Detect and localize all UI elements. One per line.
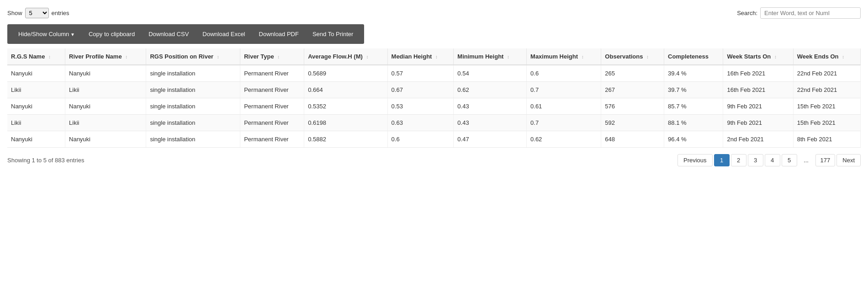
col-max-height[interactable]: Maximum Height ↕ xyxy=(527,48,601,65)
show-entries-control: Show 5 10 25 50 100 entries xyxy=(7,8,69,18)
data-table: R.G.S Name ↕ River Profile Name ↕ RGS Po… xyxy=(7,48,861,148)
cell-river_profile_name: Nanyuki xyxy=(65,131,146,148)
col-median-height[interactable]: Median Height ↕ xyxy=(387,48,454,65)
col-river-type[interactable]: River Type ↕ xyxy=(240,48,304,65)
cell-observations: 592 xyxy=(601,115,664,131)
col-observations[interactable]: Observations ↕ xyxy=(601,48,664,65)
col-rgs-position[interactable]: RGS Position on River ↕ xyxy=(146,48,240,65)
download-csv-button[interactable]: Download CSV xyxy=(142,28,195,40)
cell-observations: 267 xyxy=(601,82,664,98)
col-min-height[interactable]: Minimum Height ↕ xyxy=(454,48,527,65)
cell-river_profile_name: Likii xyxy=(65,82,146,98)
header-row: R.G.S Name ↕ River Profile Name ↕ RGS Po… xyxy=(7,48,861,65)
entries-select[interactable]: 5 10 25 50 100 xyxy=(25,8,49,18)
cell-min_height: 0.54 xyxy=(454,65,527,82)
search-input[interactable] xyxy=(760,7,861,19)
cell-week_starts_on: 9th Feb 2021 xyxy=(723,115,793,131)
show-label: Show xyxy=(7,10,22,16)
sort-icon-observations: ↕ xyxy=(646,54,649,59)
cell-rgs_name: Likii xyxy=(7,115,65,131)
cell-avg_flow: 0.5352 xyxy=(304,98,387,115)
page-button-5[interactable]: 5 xyxy=(782,154,797,166)
next-button[interactable]: Next xyxy=(836,154,861,166)
sort-icon-rgs-position: ↕ xyxy=(217,54,219,59)
page-button-2[interactable]: 2 xyxy=(731,154,746,166)
col-avg-flow[interactable]: Average Flow.H (M) ↕ xyxy=(304,48,387,65)
sort-icon-rgs-name: ↕ xyxy=(48,54,51,59)
page-button-1[interactable]: 1 xyxy=(714,154,730,166)
cell-week_ends_on: 8th Feb 2021 xyxy=(793,131,860,148)
download-excel-button[interactable]: Download Excel xyxy=(196,28,251,40)
copy-to-clipboard-button[interactable]: Copy to clipboard xyxy=(82,28,141,40)
cell-river_type: Permanent River xyxy=(240,82,304,98)
cell-max_height: 0.61 xyxy=(527,98,601,115)
cell-completeness: 39.7 % xyxy=(664,82,723,98)
col-completeness: Completeness xyxy=(664,48,723,65)
download-pdf-button[interactable]: Download PDF xyxy=(253,28,305,40)
cell-max_height: 0.62 xyxy=(527,131,601,148)
toolbar: Hide/Show Column Copy to clipboard Downl… xyxy=(7,24,364,44)
pagination-controls: Previous 1 2 3 4 5 ... 177 Next xyxy=(677,154,861,166)
entries-label: entries xyxy=(52,10,69,16)
search-label: Search: xyxy=(737,10,757,16)
cell-rgs_position: single installation xyxy=(146,82,240,98)
cell-river_type: Permanent River xyxy=(240,131,304,148)
cell-rgs_name: Nanyuki xyxy=(7,65,65,82)
cell-median_height: 0.6 xyxy=(387,131,454,148)
sort-icon-week-ends: ↕ xyxy=(842,54,844,59)
table-row: LikiiLikiisingle installationPermanent R… xyxy=(7,115,861,131)
cell-avg_flow: 0.6198 xyxy=(304,115,387,131)
send-to-printer-button[interactable]: Send To Printer xyxy=(306,28,360,40)
cell-river_type: Permanent River xyxy=(240,115,304,131)
sort-icon-min-height: ↕ xyxy=(507,54,509,59)
col-week-starts-on[interactable]: Week Starts On ↕ xyxy=(723,48,793,65)
col-river-profile-name[interactable]: River Profile Name ↕ xyxy=(65,48,146,65)
cell-completeness: 96.4 % xyxy=(664,131,723,148)
page-button-177[interactable]: 177 xyxy=(815,154,836,166)
cell-week_starts_on: 9th Feb 2021 xyxy=(723,98,793,115)
cell-week_starts_on: 16th Feb 2021 xyxy=(723,65,793,82)
cell-observations: 265 xyxy=(601,65,664,82)
cell-median_height: 0.63 xyxy=(387,115,454,131)
cell-river_type: Permanent River xyxy=(240,98,304,115)
page-button-4[interactable]: 4 xyxy=(765,154,780,166)
cell-river_profile_name: Nanyuki xyxy=(65,98,146,115)
cell-min_height: 0.62 xyxy=(454,82,527,98)
search-area: Search: xyxy=(737,7,861,19)
cell-rgs_position: single installation xyxy=(146,131,240,148)
cell-rgs_position: single installation xyxy=(146,115,240,131)
cell-rgs_name: Nanyuki xyxy=(7,131,65,148)
previous-button[interactable]: Previous xyxy=(677,154,713,166)
cell-observations: 576 xyxy=(601,98,664,115)
cell-river_profile_name: Likii xyxy=(65,115,146,131)
hide-show-column-button[interactable]: Hide/Show Column xyxy=(12,28,81,40)
page-button-3[interactable]: 3 xyxy=(748,154,763,166)
cell-median_height: 0.57 xyxy=(387,65,454,82)
col-rgs-name[interactable]: R.G.S Name ↕ xyxy=(7,48,65,65)
top-controls: Show 5 10 25 50 100 entries Search: xyxy=(7,7,861,19)
cell-min_height: 0.47 xyxy=(454,131,527,148)
sort-icon-median-height: ↕ xyxy=(435,54,438,59)
cell-observations: 648 xyxy=(601,131,664,148)
cell-week_ends_on: 22nd Feb 2021 xyxy=(793,82,860,98)
cell-week_ends_on: 15th Feb 2021 xyxy=(793,98,860,115)
cell-completeness: 88.1 % xyxy=(664,115,723,131)
table-row: NanyukiNanyukisingle installationPermane… xyxy=(7,131,861,148)
pagination-info: Showing 1 to 5 of 883 entries xyxy=(7,157,84,164)
cell-avg_flow: 0.664 xyxy=(304,82,387,98)
table-row: LikiiLikiisingle installationPermanent R… xyxy=(7,82,861,98)
sort-icon-avg-flow: ↕ xyxy=(366,54,368,59)
cell-rgs_name: Likii xyxy=(7,82,65,98)
cell-median_height: 0.53 xyxy=(387,98,454,115)
table-row: NanyukiNanyukisingle installationPermane… xyxy=(7,65,861,82)
col-week-ends-on[interactable]: Week Ends On ↕ xyxy=(793,48,860,65)
cell-river_type: Permanent River xyxy=(240,65,304,82)
table-header: R.G.S Name ↕ River Profile Name ↕ RGS Po… xyxy=(7,48,861,65)
sort-icon-river-profile: ↕ xyxy=(125,54,127,59)
cell-rgs_position: single installation xyxy=(146,98,240,115)
cell-week_starts_on: 2nd Feb 2021 xyxy=(723,131,793,148)
cell-river_profile_name: Nanyuki xyxy=(65,65,146,82)
cell-rgs_name: Nanyuki xyxy=(7,98,65,115)
table-body: NanyukiNanyukisingle installationPermane… xyxy=(7,65,861,148)
cell-max_height: 0.7 xyxy=(527,115,601,131)
